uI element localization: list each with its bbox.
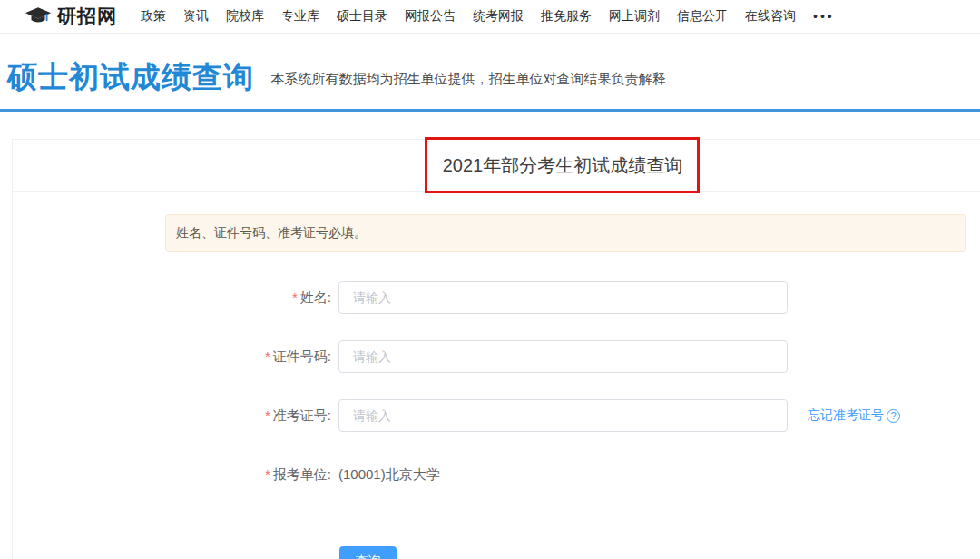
score-query-form: *姓名: *证件号码: *准考证号: 忘记准考证号 ? *报考单位: (1000… (13, 281, 980, 559)
id-number-label: *证件号码: (13, 348, 331, 366)
form-row-id-number: *证件号码: (13, 340, 980, 373)
form-row-name: *姓名: (13, 281, 980, 314)
nav-item-colleges[interactable]: 院校库 (226, 8, 264, 25)
graduation-cap-icon (24, 6, 52, 27)
target-university-value: (10001)北京大学 (338, 466, 440, 484)
top-nav: 研招网 政策 资讯 院校库 专业库 硕士目录 网报公告 统考网报 推免服务 网上… (0, 0, 980, 34)
form-row-target-university: *报考单位: (10001)北京大学 (13, 458, 980, 491)
required-asterisk: * (265, 407, 270, 423)
required-asterisk: * (265, 348, 270, 364)
nav-item-exemption[interactable]: 推免服务 (541, 8, 592, 25)
nav-menu: 政策 资讯 院校库 专业库 硕士目录 网报公告 统考网报 推免服务 网上调剂 信… (141, 8, 835, 25)
required-asterisk: * (265, 466, 270, 482)
page-header: 硕士初试成绩查询 本系统所有数据均为招生单位提供，招生单位对查询结果负责解释 (0, 34, 980, 109)
forgot-ticket-link[interactable]: 忘记准考证号 ? (808, 407, 900, 424)
nav-item-catalog[interactable]: 硕士目录 (337, 8, 387, 25)
nav-item-consult[interactable]: 在线咨询 (745, 8, 796, 25)
nav-item-disclosure[interactable]: 信息公开 (677, 8, 728, 25)
required-asterisk: * (292, 289, 298, 305)
nav-item-announce[interactable]: 网报公告 (405, 8, 456, 25)
logo-text: 研招网 (57, 4, 117, 29)
blue-divider (0, 109, 980, 112)
nav-item-register[interactable]: 统考网报 (473, 8, 524, 25)
query-panel: 2021年部分考生初试成绩查询 姓名、证件号码、准考证号必填。 *姓名: *证件… (12, 139, 980, 559)
page-title: 硕士初试成绩查询 (7, 60, 254, 93)
query-submit-button[interactable]: 查询 (339, 546, 397, 559)
target-university-label: *报考单位: (13, 466, 331, 484)
nav-item-news[interactable]: 资讯 (183, 8, 209, 25)
panel-title: 2021年部分考生初试成绩查询 (443, 153, 683, 178)
page-subtitle: 本系统所有数据均为招生单位提供，招生单位对查询结果负责解释 (270, 71, 665, 86)
name-input[interactable] (338, 281, 788, 314)
nav-item-majors[interactable]: 专业库 (281, 8, 319, 25)
required-fields-alert: 姓名、证件号码、准考证号必填。 (165, 214, 966, 252)
id-number-input[interactable] (338, 340, 788, 373)
form-row-ticket-number: *准考证号: 忘记准考证号 ? (13, 399, 980, 432)
ticket-number-input[interactable] (338, 399, 788, 432)
nav-item-adjustment[interactable]: 网上调剂 (609, 8, 660, 25)
site-logo[interactable]: 研招网 (24, 4, 117, 29)
help-circle-icon: ? (887, 409, 900, 423)
page: 研招网 政策 资讯 院校库 专业库 硕士目录 网报公告 统考网报 推免服务 网上… (0, 0, 980, 559)
alert-text: 姓名、证件号码、准考证号必填。 (176, 225, 367, 241)
ticket-number-label: *准考证号: (13, 407, 331, 425)
nav-item-policy[interactable]: 政策 (141, 8, 166, 25)
name-label: *姓名: (13, 289, 331, 307)
panel-title-bar: 2021年部分考生初试成绩查询 (13, 140, 980, 192)
nav-more-button[interactable]: ••• (813, 9, 835, 24)
